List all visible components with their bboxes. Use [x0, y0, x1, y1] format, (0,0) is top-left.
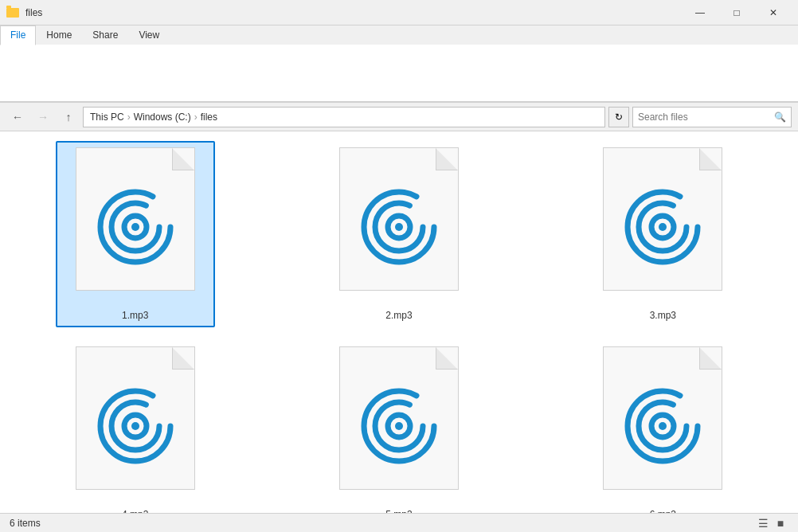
doc-shape — [76, 346, 195, 490]
breadcrumb-files[interactable]: files — [201, 111, 217, 123]
ribbon: File Home Share View — [0, 25, 798, 103]
svg-point-3 — [131, 223, 139, 231]
file-item-6[interactable]: 6.mp3 — [583, 340, 742, 513]
doc-shape — [76, 147, 195, 291]
breadcrumb-windows-c[interactable]: Windows (C:) — [134, 111, 191, 123]
doc-shape — [339, 147, 459, 291]
status-bar: 6 items ☰ ■ — [0, 513, 798, 532]
svg-point-7 — [395, 223, 403, 231]
tab-view[interactable]: View — [128, 25, 170, 45]
svg-point-11 — [659, 223, 667, 231]
file-item-1[interactable]: 1.mp3 — [56, 141, 215, 327]
address-box[interactable]: This PC › Windows (C:) › files — [83, 107, 605, 127]
doc-fold — [436, 347, 458, 370]
file-icon — [595, 346, 730, 506]
search-box[interactable]: 🔍 — [632, 107, 792, 127]
tab-home[interactable]: Home — [36, 25, 82, 45]
ribbon-tabs: File Home Share View — [0, 25, 798, 45]
breadcrumb-this-pc[interactable]: This PC — [90, 111, 124, 123]
ribbon-content — [0, 45, 798, 102]
doc-fold — [172, 347, 194, 370]
maximize-button[interactable]: □ — [718, 0, 755, 25]
up-button[interactable]: ↑ — [57, 106, 80, 128]
address-bar: ← → ↑ This PC › Windows (C:) › files ↻ 🔍 — [0, 103, 798, 131]
view-list-button[interactable]: ☰ — [755, 515, 771, 531]
main-area: 1.mp3 2.mp3 — [0, 131, 798, 513]
back-button[interactable]: ← — [6, 106, 29, 128]
mp3-icon — [623, 386, 702, 466]
search-icon: 🔍 — [774, 111, 786, 123]
doc-shape — [603, 147, 722, 291]
mp3-icon — [96, 386, 175, 466]
svg-point-19 — [395, 422, 403, 430]
file-item-2[interactable]: 2.mp3 — [319, 141, 479, 327]
mp3-icon — [623, 187, 702, 267]
file-grid: 1.mp3 2.mp3 — [10, 141, 788, 513]
doc-fold — [436, 148, 458, 170]
view-grid-button[interactable]: ■ — [773, 515, 788, 531]
file-icon — [331, 147, 467, 307]
file-label: 1.mp3 — [122, 310, 148, 321]
file-area: 1.mp3 2.mp3 — [0, 131, 798, 513]
window-controls: — □ ✕ — [682, 0, 792, 25]
doc-fold — [172, 148, 194, 170]
refresh-button[interactable]: ↻ — [608, 107, 629, 127]
mp3-icon — [359, 187, 439, 267]
system-icon — [6, 6, 19, 19]
minimize-button[interactable]: — — [682, 0, 718, 25]
file-icon — [331, 346, 467, 506]
doc-shape — [603, 346, 722, 490]
file-item-3[interactable]: 3.mp3 — [583, 141, 742, 327]
svg-point-23 — [659, 422, 667, 430]
forward-button[interactable]: → — [32, 106, 54, 128]
file-label: 3.mp3 — [650, 310, 676, 321]
title-bar: files — □ ✕ — [0, 0, 798, 25]
file-label: 2.mp3 — [385, 310, 412, 321]
file-item-5[interactable]: 5.mp3 — [319, 340, 479, 513]
mp3-icon — [96, 187, 175, 267]
doc-fold — [699, 347, 722, 370]
mp3-icon — [359, 386, 439, 466]
svg-point-15 — [131, 422, 139, 430]
title-bar-icons — [6, 6, 19, 19]
file-icon — [68, 147, 203, 307]
item-count: 6 items — [10, 518, 41, 529]
file-icon — [595, 147, 730, 307]
close-button[interactable]: ✕ — [755, 0, 792, 25]
tab-file[interactable]: File — [0, 25, 36, 45]
file-item-4[interactable]: 4.mp3 — [56, 340, 215, 513]
file-icon — [68, 346, 203, 506]
doc-fold — [699, 148, 722, 170]
search-input[interactable] — [638, 111, 771, 123]
doc-shape — [339, 346, 459, 490]
window-title: files — [25, 7, 682, 18]
tab-share[interactable]: Share — [82, 25, 128, 45]
view-controls: ☰ ■ — [755, 515, 788, 531]
breadcrumb: This PC › Windows (C:) › files — [90, 111, 217, 123]
